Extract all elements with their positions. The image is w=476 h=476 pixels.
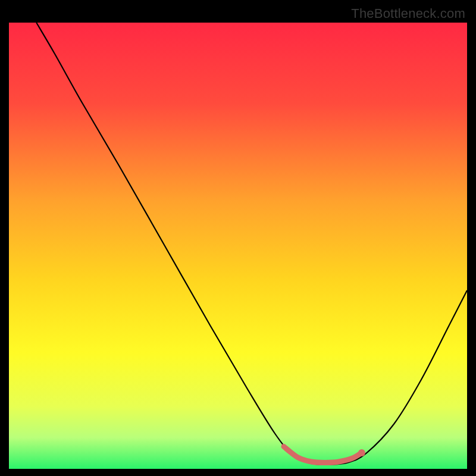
chart-frame [9,23,467,469]
bottleneck-chart [9,23,467,469]
gradient-background [9,23,467,469]
watermark-text: TheBottleneck.com [351,6,465,21]
highlight-dot [358,449,365,456]
